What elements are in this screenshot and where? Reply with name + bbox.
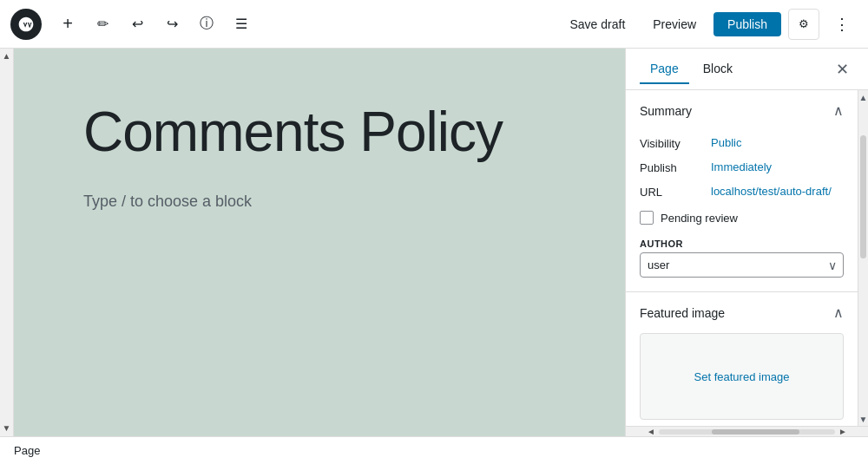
panel-body: Summary ∧ Visibility Public Publish Imme… bbox=[626, 90, 858, 426]
summary-section: Summary ∧ Visibility Public Publish Imme… bbox=[626, 90, 858, 292]
author-field-label: AUTHOR bbox=[640, 232, 844, 252]
status-page-label: Page bbox=[14, 444, 40, 457]
panel-close-button[interactable]: ✕ bbox=[830, 57, 854, 82]
featured-image-placeholder[interactable]: Set featured image bbox=[640, 333, 844, 420]
save-draft-button[interactable]: Save draft bbox=[559, 12, 635, 36]
panel-scroll-container: Summary ∧ Visibility Public Publish Imme… bbox=[626, 90, 868, 426]
scroll-down-arrow[interactable]: ▼ bbox=[1, 422, 13, 435]
wp-logo-icon bbox=[17, 16, 35, 33]
toolbar: + ✏ ↩ ↪ ⓘ ☰ Save draft Preview Publish ⚙… bbox=[0, 0, 868, 49]
post-title[interactable]: Comments Policy bbox=[83, 101, 556, 165]
set-featured-image-button[interactable]: Set featured image bbox=[694, 370, 790, 383]
h-scroll-thumb bbox=[712, 429, 800, 435]
summary-section-header[interactable]: Summary ∧ bbox=[626, 90, 858, 131]
panel-vertical-scrollbar: ▲ ▼ bbox=[858, 90, 868, 426]
ellipsis-icon: ⋮ bbox=[834, 15, 850, 34]
editor-content: Comments Policy Type / to choose a block… bbox=[14, 49, 625, 436]
close-icon: ✕ bbox=[836, 60, 849, 79]
undo-icon: ↩ bbox=[132, 16, 143, 32]
preview-button[interactable]: Preview bbox=[642, 12, 707, 36]
pending-review-label: Pending review bbox=[661, 212, 738, 225]
redo-button[interactable]: ↪ bbox=[156, 9, 187, 40]
tab-block[interactable]: Block bbox=[693, 55, 743, 84]
undo-button[interactable]: ↩ bbox=[122, 9, 153, 40]
toolbar-right: Save draft Preview Publish ⚙ ⋮ bbox=[559, 9, 858, 40]
more-options-button[interactable]: ⋮ bbox=[826, 9, 858, 40]
url-row: URL localhost/test/auto-draft/ bbox=[640, 180, 844, 204]
panel-tabs: Page Block bbox=[640, 55, 743, 84]
h-scroll-right-arrow[interactable]: ► bbox=[835, 425, 851, 436]
scrollbar-up-arrow[interactable]: ▲ bbox=[858, 90, 868, 104]
block-placeholder[interactable]: Type / to choose a block + bbox=[83, 193, 556, 211]
author-select-wrapper: user ∨ bbox=[640, 252, 844, 278]
featured-image-section-content: Set featured image bbox=[626, 333, 858, 426]
editor-area: Comments Policy Type / to choose a block… bbox=[14, 49, 625, 436]
pending-review-row: Pending review bbox=[640, 204, 844, 232]
featured-image-section-header[interactable]: Featured image ∧ bbox=[626, 292, 858, 333]
info-button[interactable]: ⓘ bbox=[191, 9, 222, 40]
status-bar: Page bbox=[0, 436, 868, 464]
publish-value[interactable]: Immediately bbox=[711, 160, 772, 173]
featured-image-section-title: Featured image bbox=[640, 306, 725, 320]
tab-page[interactable]: Page bbox=[640, 55, 689, 84]
h-scroll-track bbox=[659, 429, 835, 435]
publish-row: Publish Immediately bbox=[640, 155, 844, 180]
summary-section-title: Summary bbox=[640, 104, 692, 118]
add-icon: + bbox=[62, 14, 73, 34]
list-icon: ☰ bbox=[235, 16, 247, 32]
panel-header: Page Block ✕ bbox=[626, 49, 868, 90]
scrollbar-track bbox=[858, 104, 868, 412]
toolbar-left: + ✏ ↩ ↪ ⓘ ☰ bbox=[10, 9, 257, 40]
gear-icon: ⚙ bbox=[799, 17, 809, 30]
summary-chevron-up-icon: ∧ bbox=[833, 102, 844, 119]
editor-left-scrollbar: ▲ ▼ bbox=[0, 49, 14, 436]
pencil-icon: ✏ bbox=[97, 16, 108, 32]
featured-image-section: Featured image ∧ Set featured image bbox=[626, 292, 858, 426]
main-area: ▲ ▼ Comments Policy Type / to choose a b… bbox=[0, 49, 868, 436]
settings-button[interactable]: ⚙ bbox=[788, 9, 819, 40]
pending-review-checkbox[interactable] bbox=[640, 211, 654, 225]
h-scroll-left-arrow[interactable]: ◄ bbox=[643, 425, 659, 436]
info-icon: ⓘ bbox=[200, 15, 214, 33]
panel-horizontal-scrollbar: ◄ ► bbox=[626, 426, 868, 436]
publish-field-label: Publish bbox=[640, 160, 700, 174]
visibility-label: Visibility bbox=[640, 136, 700, 150]
url-value[interactable]: localhost/test/auto-draft/ bbox=[711, 185, 832, 198]
summary-section-content: Visibility Public Publish Immediately UR… bbox=[626, 131, 858, 291]
list-view-button[interactable]: ☰ bbox=[226, 9, 257, 40]
scrollbar-thumb bbox=[860, 135, 866, 258]
wordpress-logo[interactable] bbox=[10, 9, 42, 40]
right-panel: Page Block ✕ Summary ∧ Visibility bbox=[625, 49, 868, 436]
author-select[interactable]: user bbox=[640, 252, 844, 278]
visibility-value[interactable]: Public bbox=[711, 136, 741, 149]
url-label: URL bbox=[640, 185, 700, 199]
visibility-row: Visibility Public bbox=[640, 131, 844, 155]
featured-image-chevron-up-icon: ∧ bbox=[833, 304, 844, 321]
scrollbar-down-arrow[interactable]: ▼ bbox=[858, 412, 868, 426]
publish-button[interactable]: Publish bbox=[713, 12, 781, 36]
scroll-up-arrow[interactable]: ▲ bbox=[1, 50, 13, 62]
tools-button[interactable]: ✏ bbox=[87, 9, 118, 40]
placeholder-text: Type / to choose a block bbox=[83, 193, 252, 211]
add-block-toolbar-button[interactable]: + bbox=[52, 9, 83, 40]
redo-icon: ↪ bbox=[167, 16, 178, 32]
